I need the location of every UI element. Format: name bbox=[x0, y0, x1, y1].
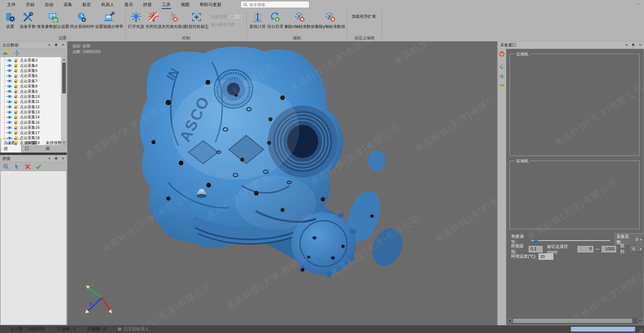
close-icon[interactable]: ✕ bbox=[62, 43, 65, 47]
light-on-button[interactable]: 打开光源 bbox=[127, 10, 145, 30]
menu-display[interactable]: 显示 bbox=[119, 0, 138, 9]
close-icon[interactable]: ✕ bbox=[62, 157, 65, 160]
menu-capture[interactable]: 采集 bbox=[58, 0, 77, 9]
scroll-right-icon[interactable]: ► bbox=[638, 318, 643, 324]
light-brightness-spinner[interactable]: 10▲▼ bbox=[228, 14, 243, 20]
pin-icon[interactable] bbox=[54, 43, 58, 47]
menu-auto[interactable]: 自动 bbox=[40, 0, 58, 9]
laser-off-button[interactable]: 关闭激光指示 bbox=[162, 10, 185, 30]
visibility-eye-icon[interactable] bbox=[7, 69, 12, 73]
hscrollbar-thumb[interactable] bbox=[513, 319, 632, 323]
align-updown-icon[interactable] bbox=[13, 50, 20, 56]
tree-row[interactable]: 点云采集15 bbox=[3, 120, 61, 125]
close-icon[interactable]: ✕ bbox=[639, 43, 642, 47]
swap-cameras-icon[interactable] bbox=[499, 83, 505, 89]
menu-tools[interactable]: 工具 bbox=[157, 0, 176, 9]
tree-row[interactable]: 点云采集10 bbox=[3, 94, 61, 99]
visibility-eye-icon[interactable] bbox=[7, 120, 12, 124]
tree-row[interactable]: 点云采集7 bbox=[3, 79, 61, 84]
menu-robot[interactable]: 机器人 bbox=[96, 0, 119, 9]
menu-file[interactable]: 文件 bbox=[2, 0, 21, 9]
delete-x-axis-calib-button[interactable]: x 删除x轴校准数据 bbox=[284, 10, 315, 30]
tree-row[interactable]: 点云采集6 bbox=[3, 73, 61, 78]
confirm-brightness-button[interactable]: 确认修改亮度 bbox=[211, 22, 235, 28]
tree-scrollbar[interactable]: ▲ ▼ bbox=[61, 57, 67, 145]
visibility-eye-icon[interactable] bbox=[7, 141, 12, 145]
add-pointcloud-icon[interactable] bbox=[3, 50, 9, 56]
right-camera-icon[interactable]: R bbox=[499, 73, 505, 79]
visibility-eye-icon[interactable] bbox=[7, 58, 12, 63]
tree-row[interactable]: 点云采集12 bbox=[3, 105, 61, 110]
left-camera-icon[interactable]: L bbox=[499, 64, 505, 70]
tree-row[interactable]: 点云采集19 bbox=[3, 140, 61, 145]
scrollbar-thumb[interactable] bbox=[62, 63, 66, 93]
visibility-eye-icon[interactable] bbox=[7, 100, 12, 104]
light-off-button[interactable]: 关闭光源 bbox=[145, 10, 162, 30]
scroll-up-icon[interactable]: ▲ bbox=[61, 57, 67, 62]
visibility-eye-icon[interactable] bbox=[7, 136, 12, 140]
visibility-eye-icon[interactable] bbox=[7, 64, 12, 68]
brightness-slider[interactable] bbox=[531, 237, 610, 242]
zoom-icon[interactable] bbox=[3, 164, 9, 170]
baseline-calc-button[interactable]: 基线计算 bbox=[249, 10, 266, 30]
panel-menu-icon[interactable]: ▾ bbox=[626, 43, 628, 47]
camera-power-icon[interactable] bbox=[499, 51, 505, 57]
select-cursor-icon[interactable] bbox=[13, 164, 20, 170]
viewport-3d[interactable]: 当前: 全部 点数: 15850253 bbox=[68, 41, 497, 325]
tree-row[interactable]: 点云采集4 bbox=[3, 63, 61, 68]
confirm-check-icon[interactable] bbox=[35, 164, 42, 170]
restore-default-params-button[interactable]: 101 恢复参数默认设置 bbox=[37, 10, 70, 30]
visibility-eye-icon[interactable] bbox=[7, 94, 12, 98]
visibility-eye-icon[interactable] bbox=[7, 131, 12, 135]
brightness-slider-thumb[interactable] bbox=[534, 239, 538, 242]
delete-y-axis-calib-button[interactable]: y 删除y轴校准数据 bbox=[315, 10, 345, 30]
pin-icon[interactable] bbox=[632, 43, 635, 47]
menu-view[interactable]: 视图 bbox=[176, 0, 195, 9]
stabilization-combo[interactable]: 0▼ bbox=[631, 246, 644, 252]
visibility-eye-icon[interactable] bbox=[7, 105, 12, 109]
tree-row[interactable]: 点云采集5 bbox=[3, 68, 61, 73]
device-constants-button[interactable]: 设备常数 bbox=[19, 10, 37, 30]
marker-max-input[interactable]: 1000 bbox=[602, 246, 616, 252]
visibility-eye-icon[interactable] bbox=[7, 84, 12, 88]
project-focus-mark-button[interactable]: 投射对焦标志 bbox=[185, 10, 208, 30]
ambient-temp-input[interactable]: 20 bbox=[539, 253, 553, 260]
visibility-eye-icon[interactable] bbox=[7, 74, 12, 78]
menu-stitch[interactable]: 拼接 bbox=[138, 0, 157, 9]
delete-x-icon[interactable] bbox=[24, 164, 31, 170]
tree-row[interactable]: 点云采集17 bbox=[3, 130, 61, 135]
visibility-eye-icon[interactable] bbox=[7, 79, 12, 83]
command-search-box[interactable] bbox=[241, 1, 309, 8]
menu-help-update[interactable]: 帮助与更新 bbox=[195, 0, 226, 9]
visibility-eye-icon[interactable] bbox=[7, 126, 12, 130]
tree-row[interactable]: 点云采集13 bbox=[3, 110, 61, 115]
visibility-eye-icon[interactable] bbox=[7, 115, 12, 119]
pin-icon[interactable] bbox=[54, 157, 58, 161]
tree-row[interactable]: 点云采集14 bbox=[3, 115, 61, 120]
menu-start[interactable]: 开始 bbox=[21, 0, 40, 9]
load-extension-button[interactable]: 加载程序扩展 bbox=[349, 10, 379, 23]
settings-button[interactable]: 设置 bbox=[1, 10, 19, 30]
panel-menu-icon[interactable]: ▾ bbox=[49, 157, 50, 160]
menu-calibration[interactable]: 标定 bbox=[77, 0, 96, 9]
scanned-model[interactable]: ASCO IN bbox=[68, 41, 497, 325]
focus-level-input[interactable]: 0.1 bbox=[529, 246, 542, 252]
scroll-left-icon[interactable]: ◄ bbox=[507, 318, 512, 324]
command-search-input[interactable] bbox=[249, 2, 300, 7]
turntable-zero-button[interactable]: 0 转台归零 bbox=[266, 10, 284, 30]
tree-row[interactable]: 点云采集3 bbox=[3, 58, 61, 63]
panel-menu-icon[interactable]: ▾ bbox=[49, 43, 50, 47]
visibility-eye-icon[interactable] bbox=[7, 110, 12, 114]
tree-row[interactable]: 点云采集18 bbox=[3, 135, 61, 140]
tree-row[interactable]: 点云采集16 bbox=[3, 125, 61, 130]
tree-row[interactable]: 点云采集11 bbox=[3, 99, 61, 104]
set-video-resolution-button[interactable]: 设置视频分辨率 bbox=[95, 10, 124, 30]
resize-grip[interactable] bbox=[639, 328, 643, 332]
marker-min-input[interactable]: 0 bbox=[577, 246, 593, 252]
tree-row[interactable]: 点云采集9 bbox=[3, 89, 61, 94]
tree-row[interactable]: 点云采集8 bbox=[3, 84, 61, 89]
visibility-eye-icon[interactable] bbox=[7, 89, 12, 93]
sync-system-clock-button[interactable]: 同步系统时钟 bbox=[70, 10, 95, 30]
ribbon-collapse-icon[interactable]: ⌃ bbox=[637, 3, 640, 6]
capture-hscrollbar[interactable]: ◄ ► bbox=[507, 318, 643, 324]
